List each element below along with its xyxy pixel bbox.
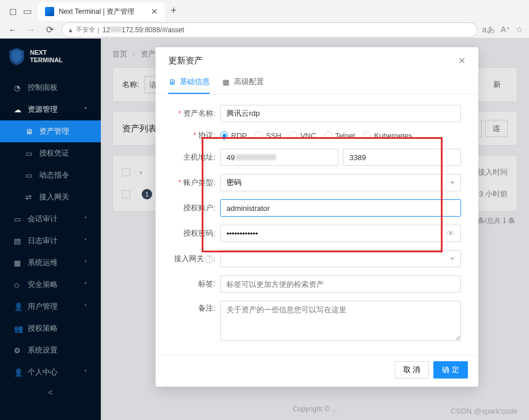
radio-k8s[interactable]: Kubernetes — [363, 131, 413, 140]
host-input[interactable]: 49 — [220, 149, 338, 166]
browser-chrome: ◻ ▭ Next Terminal | 资产管理 ✕ + ← → ⟳ ▲ 不安全… — [0, 0, 529, 39]
port-input[interactable] — [343, 149, 461, 166]
field-host-label: 主机地址: — [173, 152, 220, 162]
gateway-select[interactable] — [220, 250, 461, 267]
field-user-label: 授权账户: — [173, 203, 220, 213]
forward-button[interactable]: → — [24, 23, 38, 37]
field-proto-label: 协议: — [173, 130, 220, 141]
field-tag-label: 标签: — [173, 279, 220, 289]
field-gw-label: 接入网关?: — [173, 253, 220, 264]
remark-textarea[interactable] — [220, 301, 461, 341]
favorite-icon[interactable]: ☆ — [516, 25, 523, 35]
not-secure-icon: ▲ 不安全 | — [67, 25, 99, 34]
refresh-button[interactable]: ⟳ — [43, 23, 56, 37]
password-input[interactable] — [226, 229, 447, 238]
account-type-select[interactable]: 密码 — [220, 174, 461, 191]
help-icon[interactable]: ? — [205, 255, 213, 263]
layout-icon: ▦ — [222, 78, 231, 86]
url-bar[interactable]: ▲ 不安全 | 12172.59:8088/#/asset — [61, 22, 478, 37]
reader-icon[interactable]: A⁺ — [501, 25, 510, 35]
url-actions: aあ A⁺ ☆ — [482, 25, 523, 35]
modal-close-button[interactable]: ✕ — [458, 55, 466, 66]
watermark: CSDN @spark'code — [451, 407, 517, 415]
radio-rdp[interactable]: RDP — [220, 131, 247, 140]
translate-icon[interactable]: aあ — [482, 25, 495, 35]
radio-ssh[interactable]: SSH — [255, 131, 281, 140]
tab-basic[interactable]: 🖥基础信息 — [168, 72, 210, 94]
radio-vnc[interactable]: VNC — [289, 131, 316, 140]
asset-name-input[interactable] — [220, 105, 461, 122]
ok-button[interactable]: 确 定 — [433, 361, 468, 379]
address-bar: ← → ⟳ ▲ 不安全 | 12172.59:8088/#/asset aあ A… — [0, 21, 529, 39]
browser-tab[interactable]: Next Terminal | 资产管理 ✕ — [38, 2, 165, 21]
eye-icon[interactable]: 👁 — [447, 229, 455, 238]
username-input[interactable] — [220, 199, 461, 217]
profile-icon[interactable]: ◻ — [9, 6, 18, 15]
back-button[interactable]: ← — [6, 23, 20, 37]
tag-input[interactable] — [220, 275, 461, 293]
protocol-group: RDP SSH VNC Telnet Kubernetes — [220, 131, 461, 140]
monitor-icon: 🖥 — [168, 78, 176, 86]
field-remark-label: 备注: — [173, 301, 220, 313]
password-input-wrap: 👁 — [220, 225, 461, 242]
cancel-button[interactable]: 取 消 — [395, 361, 429, 379]
field-pw-label: 授权密码: — [173, 228, 220, 239]
url-text: 12172.59:8088/#/asset — [103, 26, 184, 34]
tabs-icon[interactable]: ▭ — [23, 6, 32, 15]
close-icon[interactable]: ✕ — [151, 7, 158, 16]
tab-title: Next Terminal | 资产管理 — [59, 7, 134, 17]
tab-bar: ◻ ▭ Next Terminal | 资产管理 ✕ + — [0, 0, 529, 21]
window-controls: ◻ ▭ — [5, 6, 37, 15]
tab-advanced[interactable]: ▦高级配置 — [222, 72, 264, 94]
favicon-icon — [45, 7, 54, 16]
field-accttype-label: 账户类型: — [173, 177, 220, 188]
radio-telnet[interactable]: Telnet — [324, 131, 356, 140]
update-asset-modal: 更新资产 ✕ 🖥基础信息 ▦高级配置 资产名称: 协议: RDP SSH VNC… — [156, 47, 478, 387]
modal-title: 更新资产 — [168, 55, 203, 66]
new-tab-button[interactable]: + — [166, 2, 182, 19]
field-name-label: 资产名称: — [173, 108, 220, 119]
